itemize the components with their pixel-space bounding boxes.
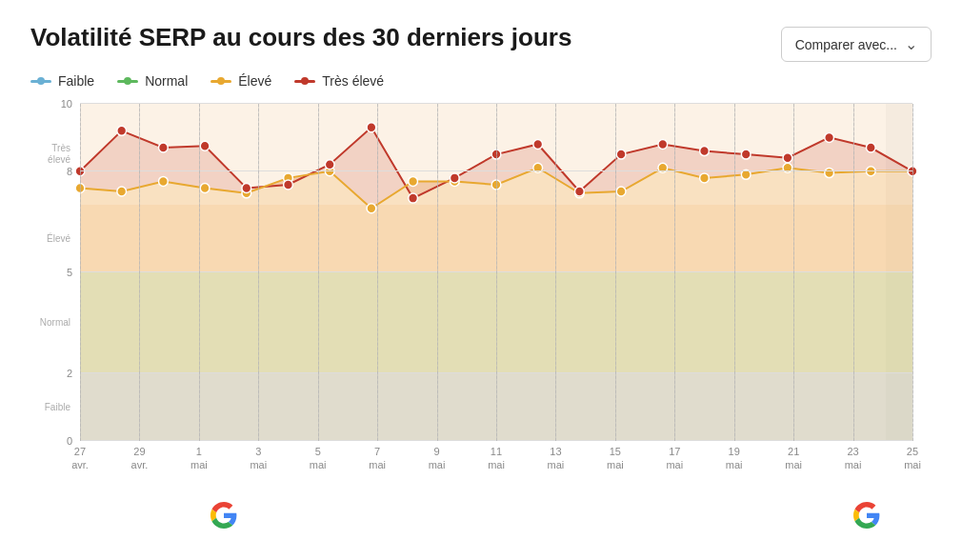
svg-point-22 bbox=[117, 126, 127, 135]
x-label-13: 23mai bbox=[845, 445, 862, 472]
tres-eleve-label: Très élevé bbox=[322, 73, 384, 89]
y-axis: 10 8 5 2 0 Trèsélevé Élevé Normal Faible bbox=[30, 104, 80, 441]
legend-faible: Faible bbox=[30, 73, 94, 89]
grid-line-0 bbox=[80, 440, 912, 441]
x-label-12: 21mai bbox=[785, 445, 802, 472]
svg-point-0 bbox=[75, 184, 85, 193]
y-label-5: 5 bbox=[67, 267, 72, 278]
svg-point-24 bbox=[200, 141, 210, 150]
chart-inner bbox=[80, 104, 912, 441]
eleve-line-icon bbox=[210, 80, 231, 83]
svg-point-26 bbox=[284, 180, 293, 190]
chart-svg bbox=[80, 104, 912, 441]
grid-line-5 bbox=[80, 271, 912, 272]
tres-eleve-line-icon bbox=[294, 80, 315, 83]
svg-point-1 bbox=[117, 187, 127, 196]
normal-line-icon bbox=[117, 80, 138, 83]
x-label-0: 27avr. bbox=[71, 445, 89, 472]
x-label-9: 15mai bbox=[607, 445, 624, 472]
chart-area: 10 8 5 2 0 Trèsélevé Élevé Normal Faible bbox=[30, 104, 932, 475]
x-label-4: 5mai bbox=[310, 445, 327, 472]
chevron-down-icon: ⌄ bbox=[905, 35, 917, 53]
y-label-10: 10 bbox=[61, 98, 72, 110]
x-label-3: 3mai bbox=[250, 445, 267, 472]
grid-line-8 bbox=[80, 170, 912, 171]
legend-normal: Normal bbox=[117, 73, 188, 89]
zone-tres-eleve-label: Trèsélevé bbox=[30, 143, 70, 166]
google-icon bbox=[853, 502, 880, 532]
svg-point-23 bbox=[159, 143, 169, 152]
grid-line-10 bbox=[80, 103, 912, 104]
x-label-1: 29avr. bbox=[131, 445, 149, 472]
page-title: Volatilité SERP au cours des 30 derniers… bbox=[30, 23, 571, 52]
svg-point-39 bbox=[825, 132, 834, 142]
normal-label: Normal bbox=[145, 73, 188, 89]
x-label-11: 19mai bbox=[726, 445, 743, 472]
chart-legend: Faible Normal Élevé Très élevé bbox=[30, 73, 932, 89]
x-label-14: 25mai bbox=[904, 445, 921, 472]
svg-point-10 bbox=[491, 180, 501, 190]
eleve-label: Élevé bbox=[238, 73, 271, 89]
svg-point-8 bbox=[409, 176, 418, 186]
svg-point-29 bbox=[409, 193, 418, 203]
svg-point-25 bbox=[242, 184, 251, 193]
svg-point-38 bbox=[783, 153, 792, 163]
zone-faible-label: Faible bbox=[30, 402, 70, 413]
compare-button-label: Comparer avec... bbox=[795, 37, 897, 52]
svg-point-7 bbox=[367, 204, 376, 213]
grid-line-2 bbox=[80, 372, 912, 373]
svg-point-37 bbox=[741, 150, 751, 159]
zone-eleve-label: Élevé bbox=[30, 233, 70, 245]
vert-grid-line-14 bbox=[912, 104, 913, 441]
compare-button[interactable]: Comparer avec... ⌄ bbox=[781, 27, 932, 62]
zone-normal-label: Normal bbox=[30, 317, 70, 329]
legend-eleve: Élevé bbox=[210, 73, 271, 89]
svg-point-27 bbox=[325, 160, 334, 170]
svg-point-3 bbox=[200, 184, 210, 193]
svg-point-28 bbox=[367, 123, 376, 132]
svg-point-16 bbox=[741, 170, 751, 179]
x-label-5: 7mai bbox=[369, 445, 386, 472]
svg-point-31 bbox=[491, 150, 501, 159]
header-row: Volatilité SERP au cours des 30 derniers… bbox=[30, 23, 932, 62]
svg-point-35 bbox=[658, 139, 668, 149]
y-label-8: 8 bbox=[67, 166, 72, 177]
svg-point-34 bbox=[616, 150, 626, 159]
svg-point-32 bbox=[533, 139, 543, 149]
legend-tres-eleve: Très élevé bbox=[294, 73, 384, 89]
svg-point-33 bbox=[575, 187, 585, 196]
x-label-7: 11mai bbox=[488, 445, 505, 472]
x-label-10: 17mai bbox=[666, 445, 683, 472]
faible-line-icon bbox=[30, 80, 51, 83]
svg-point-36 bbox=[700, 147, 710, 156]
svg-point-30 bbox=[450, 173, 459, 183]
google-icon bbox=[210, 502, 237, 532]
y-label-2: 2 bbox=[67, 368, 72, 379]
faible-label: Faible bbox=[58, 73, 94, 89]
main-container: Volatilité SERP au cours des 30 derniers… bbox=[0, 0, 962, 560]
svg-point-2 bbox=[159, 176, 169, 186]
svg-point-15 bbox=[700, 173, 710, 183]
x-label-8: 13mai bbox=[548, 445, 565, 472]
svg-point-13 bbox=[616, 187, 626, 196]
svg-point-40 bbox=[866, 143, 875, 152]
x-label-2: 1mai bbox=[190, 445, 208, 472]
x-axis: 27avr.29avr.1mai3mai5mai7mai9mai11mai13m… bbox=[80, 441, 912, 475]
x-label-6: 9mai bbox=[429, 445, 446, 472]
